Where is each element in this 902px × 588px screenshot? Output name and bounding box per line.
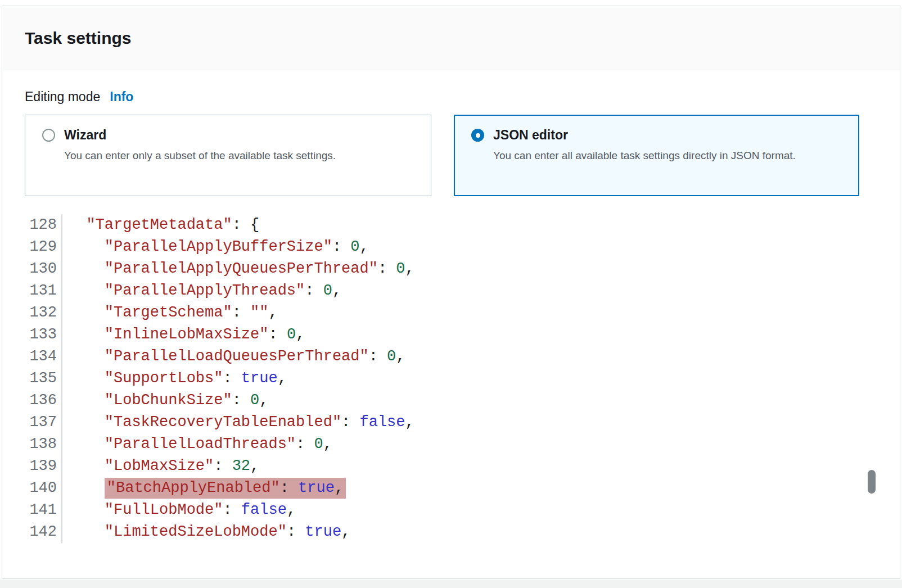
panel-header: Task settings	[2, 6, 900, 70]
line-number: 132	[2, 302, 57, 324]
line-number: 133	[2, 324, 57, 346]
line-number: 140	[2, 477, 57, 499]
code-line: "LobChunkSize": 0,	[68, 390, 414, 411]
task-settings-panel: Task settings Editing mode Info Wizard Y…	[2, 6, 900, 579]
line-number: 141	[2, 499, 57, 521]
line-number: 142	[2, 521, 57, 543]
vertical-scrollbar-thumb[interactable]	[868, 470, 876, 494]
code-line: "ParallelLoadThreads": 0,	[68, 433, 414, 455]
page-bottom-strip	[0, 580, 902, 588]
line-number: 136	[2, 390, 57, 411]
info-link[interactable]: Info	[110, 89, 133, 105]
radio-wizard-icon[interactable]	[42, 129, 55, 142]
line-number-gutter: 1281291301311321331341351361371381391401…	[2, 214, 62, 543]
option-card-wizard[interactable]: Wizard You can enter only a subset of th…	[25, 115, 431, 196]
code-line: "FullLobMode": false,	[68, 499, 414, 521]
line-number: 134	[2, 346, 57, 368]
option-description-wizard: You can enter only a subset of the avail…	[64, 147, 379, 164]
option-description-json-editor: You can enter all available task setting…	[493, 147, 808, 164]
line-number: 137	[2, 411, 57, 433]
line-number: 135	[2, 368, 57, 390]
code-line: "TargetSchema": "",	[68, 302, 414, 324]
radio-dot	[476, 133, 480, 138]
code-line: "LobMaxSize": 32,	[68, 455, 414, 477]
code-line: "ParallelApplyBufferSize": 0,	[68, 236, 414, 258]
code-area[interactable]: "TargetMetadata": { "ParallelApplyBuffer…	[62, 214, 414, 543]
code-line: "BatchApplyEnabled": true,	[68, 477, 414, 499]
code-line: "SupportLobs": true,	[68, 368, 414, 390]
option-label-wizard: Wizard	[64, 128, 106, 143]
code-line: "ParallelApplyThreads": 0,	[68, 280, 414, 302]
json-code-editor[interactable]: 1281291301311321331341351361371381391401…	[2, 214, 900, 543]
line-number: 138	[2, 433, 57, 455]
option-card-json-editor[interactable]: JSON editor You can enter all available …	[454, 115, 859, 196]
line-number: 128	[2, 214, 57, 236]
radio-json-editor-selected-icon[interactable]	[471, 129, 484, 142]
line-number: 129	[2, 236, 57, 258]
code-line: "TaskRecoveryTableEnabled": false,	[68, 411, 414, 433]
line-number: 139	[2, 455, 57, 477]
code-line: "LimitedSizeLobMode": true,	[68, 521, 414, 543]
editing-mode-row: Editing mode Info	[25, 89, 877, 105]
line-number: 131	[2, 280, 57, 302]
option-card-json-editor-head: JSON editor	[471, 128, 842, 143]
code-line: "ParallelApplyQueuesPerThread": 0,	[68, 258, 414, 280]
editing-mode-options: Wizard You can enter only a subset of th…	[25, 115, 877, 196]
panel-body: Editing mode Info Wizard You can enter o…	[2, 89, 900, 543]
search-match-highlight: "BatchApplyEnabled": true,	[105, 478, 346, 499]
line-number: 130	[2, 258, 57, 280]
page-title: Task settings	[25, 29, 132, 48]
code-line: "TargetMetadata": {	[68, 214, 414, 236]
code-line: "ParallelLoadQueuesPerThread": 0,	[68, 346, 414, 368]
option-label-json-editor: JSON editor	[493, 128, 568, 143]
editing-mode-label: Editing mode	[25, 89, 100, 105]
option-card-wizard-head: Wizard	[42, 128, 414, 143]
code-line: "InlineLobMaxSize": 0,	[68, 324, 414, 346]
